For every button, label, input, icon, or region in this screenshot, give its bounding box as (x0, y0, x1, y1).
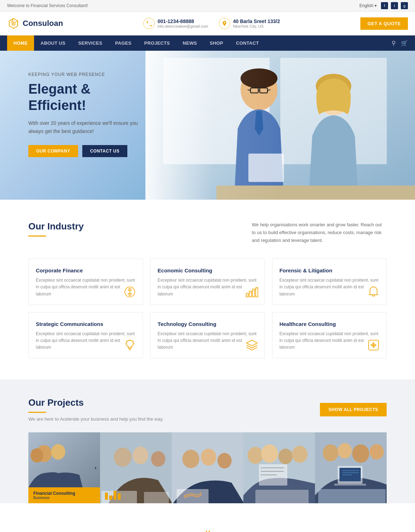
industry-desc: We help organisations work smarter and g… (252, 221, 387, 244)
project-item-5[interactable] (315, 432, 387, 503)
card-title-4: Strategic Communications (36, 321, 135, 327)
testimonial-section: ❝ 2000+ Happy Client " We worked with Co… (0, 503, 415, 532)
project-photo-2 (100, 432, 172, 503)
industry-cards: Corporate Finance Excepteur sint occaeca… (28, 259, 387, 358)
svg-point-48 (201, 449, 216, 466)
svg-point-37 (114, 448, 132, 467)
chart-icon (245, 285, 259, 299)
industry-header: Our Industry We help organisations work … (28, 221, 387, 244)
card-strategic: Strategic Communications Excepteur sint … (28, 312, 143, 359)
nav-item-contact[interactable]: CONTACT (229, 35, 265, 51)
hero-buttons: OuR COMPaNY CONTACT US (28, 145, 142, 157)
card-desc-3: Excepteur sint occaecat cupidatat non pr… (280, 277, 379, 298)
header: Consuloan 001-1234-88888 info.deercreati… (0, 12, 415, 35)
project-arrow-1: › (95, 465, 96, 471)
project-label-1: Financial Consulting Businesss (28, 487, 100, 503)
svg-rect-66 (318, 489, 386, 503)
nav-utility-icons: ⚲ 🛒 (392, 40, 408, 46)
hero-gradient (145, 51, 415, 200)
phone-contact: 001-1234-88888 info.deercreative@gmail.c… (143, 18, 208, 29)
project-item-3[interactable] (172, 432, 243, 503)
card-title-1: Corporate Finance (36, 267, 135, 273)
title-underline (28, 235, 46, 237)
phone-icon (143, 18, 155, 29)
project-item-1[interactable]: Financial Consulting Businesss › (28, 432, 100, 503)
nav-item-news[interactable]: NEWS (176, 35, 203, 51)
address-info: 40 Barla Sreet 133/2 NewYork City, US (233, 18, 280, 28)
nav-item-shop[interactable]: SHOP (203, 35, 229, 51)
svg-point-63 (338, 443, 352, 459)
nav-items: HOME ABOUT US SERVICES PAGES PROJECTS NE… (7, 35, 265, 51)
card-desc-1: Excepteur sint occaecat cupidatat non pr… (36, 277, 135, 298)
projects-desc: We are here to Acelerate your business a… (28, 416, 164, 422)
main-nav: HOME ABOUT US SERVICES PAGES PROJECTS NE… (0, 35, 415, 51)
social-links: f t g (381, 2, 408, 9)
projects-title: Our Projects (28, 397, 164, 408)
svg-point-49 (217, 453, 232, 469)
show-all-projects-button[interactable]: SHOW ALL PROJECTS (320, 403, 387, 416)
our-company-button[interactable]: OuR COMPaNY (28, 145, 78, 157)
address-line2: NewYork City, US (233, 24, 280, 28)
nav-item-about[interactable]: ABOUT US (34, 35, 72, 51)
svg-point-52 (248, 447, 263, 464)
svg-rect-44 (118, 493, 121, 500)
industry-section: Our Industry We help organisations work … (0, 200, 415, 379)
location-icon (219, 18, 230, 29)
cart-icon[interactable]: 🛒 (401, 40, 408, 46)
quote-icon: ❝ (28, 528, 387, 532)
project-item-2[interactable] (100, 432, 172, 503)
projects-section: Our Projects We are here to Acelerate yo… (0, 379, 415, 503)
cross-icon (366, 338, 381, 352)
bell-icon (366, 285, 381, 299)
hero-subtitle: KEEPING YOUR WEB PRESENCE (28, 72, 142, 77)
project-photo-3 (172, 432, 243, 503)
bulb-icon (123, 338, 137, 352)
address-contact: 40 Barla Sreet 133/2 NewYork City, US (219, 18, 280, 29)
project-photo-5 (315, 432, 387, 503)
card-title-2: Economic Consulting (157, 267, 257, 273)
svg-point-55 (292, 446, 308, 463)
get-quote-button[interactable]: GET A QUOTE (360, 17, 408, 30)
svg-rect-68 (334, 484, 366, 486)
card-title-6: Healthcare Consulting (280, 321, 379, 327)
project-item-4[interactable] (243, 432, 315, 503)
svg-point-54 (278, 449, 293, 464)
svg-rect-41 (105, 493, 108, 500)
svg-point-53 (261, 444, 278, 463)
card-desc-6: Excepteur sint occaecat cupidatat non pr… (280, 331, 379, 351)
twitter-icon[interactable]: t (391, 2, 398, 9)
card-title-5: Technology Consulting (157, 321, 257, 327)
header-contacts: 001-1234-88888 info.deercreative@gmail.c… (143, 18, 280, 29)
nav-item-pages[interactable]: PAGES (109, 35, 138, 51)
finance-icon (123, 285, 137, 299)
svg-rect-43 (114, 491, 116, 500)
projects-header: Our Projects We are here to Acelerate yo… (28, 397, 387, 422)
card-healthcare: Healthcare Consulting Excepteur sint occ… (272, 312, 387, 359)
logo[interactable]: Consuloan (7, 17, 63, 30)
phone-info: 001-1234-88888 info.deercreative@gmail.c… (157, 18, 208, 28)
logo-text: Consuloan (23, 19, 63, 28)
industry-title: Our Industry (28, 221, 84, 232)
card-title-3: Forensic & Litigation (280, 267, 379, 273)
svg-point-32 (31, 448, 43, 462)
search-icon[interactable]: ⚲ (392, 40, 396, 46)
card-desc-2: Excepteur sint occaecat cupidatat non pr… (157, 277, 257, 298)
svg-point-38 (133, 447, 148, 464)
contact-us-button[interactable]: CONTACT US (82, 145, 127, 157)
projects-title-underline (28, 412, 46, 413)
nav-item-home[interactable]: HOME (7, 35, 34, 51)
language-selector[interactable]: English ▾ (359, 3, 377, 8)
card-technology: Technology Consulting Excepteur sint occ… (150, 312, 265, 359)
card-economic: Economic Consulting Excepteur sint occae… (150, 259, 265, 305)
facebook-icon[interactable]: f (381, 2, 388, 9)
project-sub-1: Businesss (33, 496, 95, 500)
hero-section: KEEPING YOUR WEB PRESENCE Elegant & Effi… (0, 51, 415, 200)
nav-item-services[interactable]: SERVICES (72, 35, 109, 51)
nav-item-projects[interactable]: PROJECTS (138, 35, 176, 51)
googleplus-icon[interactable]: g (401, 2, 408, 9)
card-desc-4: Excepteur sint occaecat cupidatat non pr… (36, 331, 135, 351)
top-bar-right: English ▾ f t g (359, 2, 408, 9)
industry-title-block: Our Industry (28, 221, 84, 237)
svg-point-65 (370, 444, 384, 460)
svg-point-47 (182, 450, 199, 468)
